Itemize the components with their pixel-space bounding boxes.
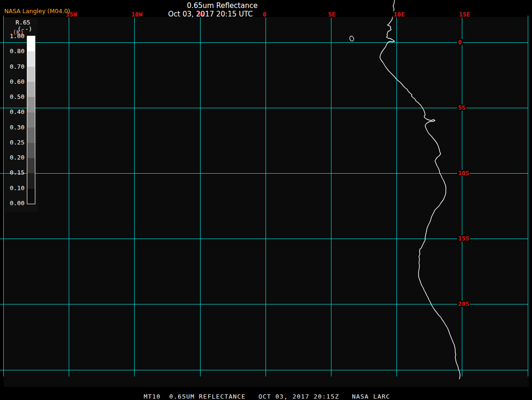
colorbar-tick-label: 0.70 [6, 64, 24, 70]
colorbar-tick-label: 0.30 [6, 124, 24, 131]
colorbar-title: R.65 [16, 19, 30, 26]
lat-label-5S: 5S [457, 104, 467, 111]
status-bar: MT10 0.65UM REFLECTANCE OCT 03, 2017 20:… [144, 393, 390, 400]
lon-label-10W: 10W [130, 11, 143, 17]
map-overlay [0, 0, 532, 400]
colorbar-segment [27, 112, 35, 128]
colorbar-tick-label: 1.00 [6, 33, 24, 40]
colorbar-segment [27, 189, 35, 204]
colorbar-segment [27, 128, 35, 143]
credit-label: NASA Langley (M04.0) [4, 8, 70, 15]
lat-label-10S: 10S [457, 170, 470, 176]
colorbar-tick-label: 0.00 [6, 200, 24, 207]
timestamp-label: Oct 03, 2017 20:15 UTC [168, 10, 253, 18]
colorbar-tick-label: 0.50 [6, 94, 24, 100]
colorbar-tick-label: 0.20 [6, 154, 24, 161]
lon-label-15E: 15E [458, 11, 471, 17]
colorbar-tick-label: 0.40 [6, 109, 24, 115]
coastline [380, 0, 460, 379]
lon-label-10E: 10E [393, 11, 405, 17]
colorbar-segment [27, 97, 35, 112]
colorbar-segment [27, 143, 35, 158]
colorbar-tick-label: 0.15 [6, 169, 24, 176]
colorbar-tick-label: 0.60 [6, 79, 24, 85]
lat-label-0: 0 [457, 39, 463, 45]
colorbar-segment [27, 173, 35, 188]
colorbar-segment [27, 158, 35, 173]
colorbar-tick-label: 0.10 [6, 185, 24, 192]
satellite-display: 15W10W5W05E10E15E 05S10S15S20S NASA Lang… [0, 0, 532, 400]
colorbar [27, 36, 35, 204]
colorbar-segment [27, 67, 35, 82]
colorbar-tick-label: 0.25 [6, 139, 24, 146]
island-outline [349, 36, 354, 42]
colorbar-segment [27, 51, 35, 66]
page-title: 0.65um Reflectance [187, 1, 258, 10]
colorbar-segment [27, 82, 35, 97]
colorbar-tick-label: 0.80 [6, 48, 24, 55]
latlon-grid [0, 16, 528, 376]
lat-label-15S: 15S [457, 235, 470, 241]
colorbar-segment [27, 36, 35, 51]
lon-label-0: 0 [262, 11, 267, 17]
lon-label-5E: 5E [327, 11, 337, 17]
lat-label-20S: 20S [457, 301, 470, 307]
